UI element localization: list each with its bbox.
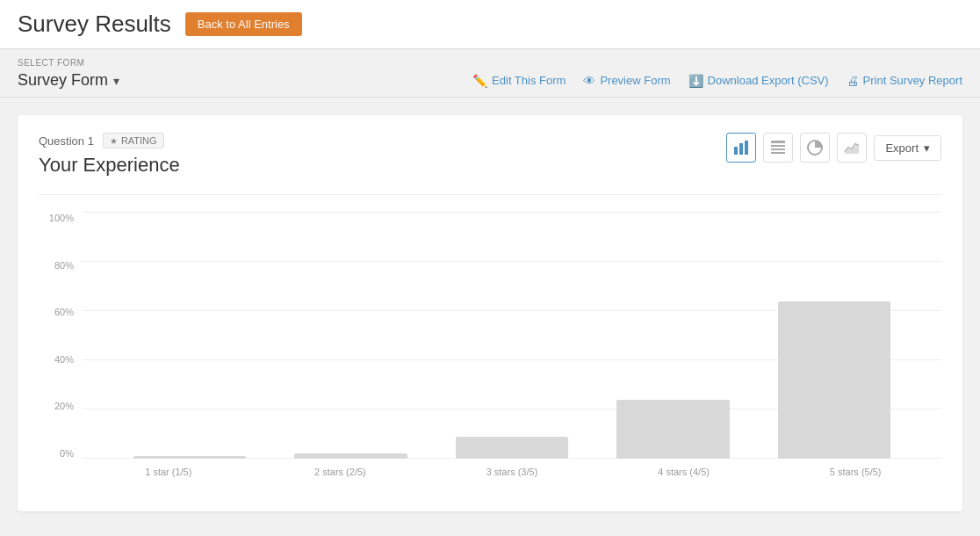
form-bar: SELECT FORM Survey Form ▾ ✏️ Edit This F… (0, 49, 980, 98)
form-bar-inner: Survey Form ▾ ✏️ Edit This Form 👁 Previe… (18, 71, 962, 90)
bar-4 (616, 400, 730, 459)
export-button[interactable]: Export ▾ (874, 135, 941, 161)
back-to-all-entries-button[interactable]: Back to All Entries (185, 12, 302, 36)
area-chart-button[interactable] (837, 133, 867, 163)
pie-chart-button[interactable] (800, 133, 830, 163)
toolbar-actions: ✏️ Edit This Form 👁 Preview Form ⬇️ Down… (472, 74, 962, 88)
chevron-down-icon: ▾ (113, 74, 119, 88)
preview-form-label: Preview Form (600, 74, 670, 87)
pie-chart-icon (807, 140, 823, 156)
chart-area: 0% 20% 40% 60% 80% 100% (39, 213, 941, 485)
page-title: Survey Results (18, 11, 171, 38)
bar-3 (456, 437, 569, 459)
question-number: Question 1 (39, 134, 94, 148)
x-label-3: 3 stars (3/5) (426, 459, 598, 485)
bar-group-4 (593, 213, 754, 459)
edit-form-label: Edit This Form (492, 74, 566, 87)
export-label: Export (885, 141, 919, 155)
svg-rect-5 (771, 148, 785, 150)
form-selector[interactable]: Survey Form ▾ (18, 71, 119, 90)
x-label-1: 1 star (1/5) (83, 459, 255, 485)
selected-form-name: Survey Form (18, 71, 108, 90)
question-header-row: Question 1 ★ RATING Your Experience (39, 133, 941, 182)
bar-chart-button[interactable] (726, 133, 756, 163)
bar-group-5 (753, 213, 915, 459)
print-icon: 🖨 (847, 74, 859, 88)
y-axis-labels: 0% 20% 40% 60% 80% 100% (39, 213, 79, 459)
y-label-0: 0% (39, 448, 79, 459)
download-export-link[interactable]: ⬇️ Download Export (CSV) (688, 74, 829, 88)
x-label-2: 2 stars (2/5) (255, 459, 427, 485)
bar-group-1 (109, 213, 270, 459)
y-label-20: 20% (39, 401, 79, 411)
svg-rect-4 (771, 145, 785, 147)
bar-group-3 (431, 213, 593, 459)
select-form-label: SELECT FORM (18, 58, 962, 68)
print-survey-link[interactable]: 🖨 Print Survey Report (847, 74, 962, 88)
question-meta: Question 1 ★ RATING (39, 133, 726, 148)
y-label-80: 80% (39, 260, 79, 271)
bar-5 (778, 301, 891, 459)
y-label-100: 100% (39, 213, 79, 223)
y-label-60: 60% (39, 307, 79, 317)
svg-rect-0 (734, 147, 738, 155)
x-label-4: 4 stars (4/5) (598, 459, 770, 485)
area-chart-icon (844, 140, 860, 156)
table-icon (770, 140, 786, 156)
eye-icon: 👁 (583, 74, 595, 88)
svg-rect-3 (771, 141, 785, 143)
edit-form-link[interactable]: ✏️ Edit This Form (472, 74, 566, 88)
question-title: Your Experience (39, 154, 726, 177)
main-content: Question 1 ★ RATING Your Experience (0, 98, 980, 529)
question-left: Question 1 ★ RATING Your Experience (39, 133, 726, 182)
svg-rect-6 (771, 152, 785, 154)
question-divider (39, 194, 941, 195)
bars-container (83, 213, 941, 459)
svg-rect-1 (739, 143, 743, 155)
export-chevron-icon: ▾ (924, 141, 930, 155)
question-type-label: RATING (121, 135, 157, 146)
table-chart-button[interactable] (763, 133, 793, 163)
bar-group-2 (270, 213, 432, 459)
x-label-5: 5 stars (5/5) (769, 459, 941, 485)
y-label-40: 40% (39, 354, 79, 365)
svg-rect-2 (745, 141, 748, 155)
question-toolbar: Export ▾ (726, 133, 941, 163)
download-icon: ⬇️ (688, 74, 703, 88)
star-icon: ★ (110, 136, 118, 146)
print-survey-label: Print Survey Report (863, 74, 962, 87)
chart-inner (83, 213, 941, 459)
top-header: Survey Results Back to All Entries (0, 0, 980, 49)
edit-icon: ✏️ (472, 74, 487, 88)
x-axis-labels: 1 star (1/5)2 stars (2/5)3 stars (3/5)4 … (83, 459, 941, 485)
download-export-label: Download Export (CSV) (708, 74, 829, 87)
question-card: Question 1 ★ RATING Your Experience (18, 115, 962, 511)
rating-badge: ★ RATING (103, 133, 164, 148)
preview-form-link[interactable]: 👁 Preview Form (583, 74, 670, 88)
bar-chart-icon (733, 140, 749, 156)
